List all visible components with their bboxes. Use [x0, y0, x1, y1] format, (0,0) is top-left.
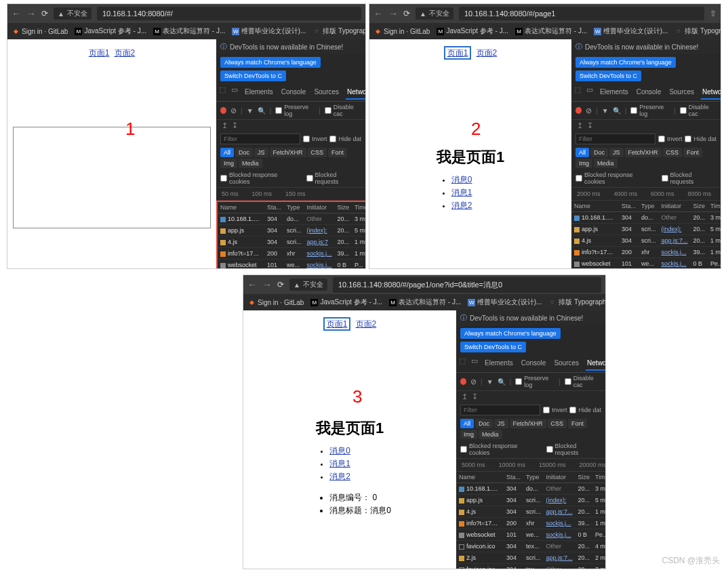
network-row[interactable]: websocket 101we... sockjs.j... 0 BP...	[217, 260, 366, 270]
type-filter-doc[interactable]: Doc	[590, 148, 608, 157]
col-size[interactable]: Size	[691, 201, 708, 212]
type-filter-js[interactable]: JS	[254, 148, 268, 157]
inspect-icon[interactable]: ⬚	[219, 85, 226, 100]
col-status[interactable]: Sta...	[619, 201, 639, 212]
col-type[interactable]: Type	[639, 201, 659, 212]
blocked-requests-checkbox[interactable]: Blocked requests	[662, 171, 716, 185]
btn-match-lang[interactable]: Always match Chrome's language	[220, 57, 321, 68]
btn-switch-lang[interactable]: Switch DevTools to C	[575, 70, 641, 81]
reload-icon[interactable]: ⟳	[41, 9, 48, 18]
type-filter-doc[interactable]: Doc	[475, 419, 493, 428]
msg-link-0[interactable]: 消息0	[451, 174, 566, 186]
invert-checkbox[interactable]: Invert	[303, 136, 327, 142]
network-row[interactable]: app.js 304scri... (index): 20...5 ms	[217, 225, 366, 237]
network-row[interactable]: favicon.ico 304tex... Other 20...4 ms	[456, 541, 606, 552]
bookmark-gitlab[interactable]: ◆Sign in · GitLab	[247, 298, 304, 306]
filter-icon[interactable]: ▼	[247, 107, 254, 115]
tab-sources[interactable]: Sources	[668, 85, 695, 100]
link-page1[interactable]: 页面1	[89, 48, 110, 58]
col-time[interactable]: Time	[352, 201, 366, 213]
back-icon[interactable]: ←	[12, 8, 21, 19]
col-time[interactable]: Time	[592, 472, 606, 483]
network-row[interactable]: 4.js 304scri... app.js:7 20...1 ms	[217, 237, 366, 248]
bookmark-expr[interactable]: M表达式和运算符 - J...	[515, 26, 587, 36]
col-status[interactable]: Sta...	[264, 201, 284, 213]
type-filter-img[interactable]: Img	[575, 159, 592, 168]
bookmark-mdn[interactable]: MJavaScript 参考 - J...	[75, 26, 146, 36]
hide-data-checkbox[interactable]: Hide dat	[569, 407, 601, 413]
preserve-log-checkbox[interactable]: Preserve log	[515, 375, 554, 388]
col-time[interactable]: Time	[708, 201, 721, 212]
type-filter-css[interactable]: CSS	[663, 148, 683, 157]
type-filter-font[interactable]: Font	[328, 148, 347, 157]
insecure-badge[interactable]: ▲ 不安全	[289, 279, 327, 291]
bookmark-thesis[interactable]: W维普毕业论文(设计)...	[594, 26, 668, 36]
type-filter-fetch/xhr[interactable]: Fetch/XHR	[270, 148, 306, 157]
preserve-log-checkbox[interactable]: Preserve log	[275, 104, 315, 117]
hide-data-checkbox[interactable]: Hide dat	[329, 136, 361, 142]
bookmark-mdn[interactable]: MJavaScript 参考 - J...	[310, 298, 382, 307]
link-page2[interactable]: 页面2	[115, 48, 136, 58]
tab-console[interactable]: Console	[280, 85, 308, 100]
insecure-badge[interactable]: ▲ 不安全	[416, 7, 453, 20]
bookmark-gitlab[interactable]: ◆Sign in · GitLab	[373, 27, 430, 35]
type-filter-all[interactable]: All	[460, 419, 474, 428]
filter-input[interactable]	[575, 134, 655, 144]
hide-data-checkbox[interactable]: Hide dat	[685, 136, 716, 142]
forward-icon[interactable]: →	[262, 279, 272, 290]
tab-elements[interactable]: Elements	[243, 85, 275, 100]
network-row[interactable]: app.js 304scri... (index): 20...5 ms	[571, 224, 721, 235]
disable-cache-checkbox[interactable]: Disable cac	[325, 104, 361, 117]
forward-icon[interactable]: →	[388, 8, 398, 19]
preserve-log-checkbox[interactable]: Preserve log	[630, 104, 670, 117]
share-icon[interactable]: ⇧	[710, 9, 716, 18]
tab-sources[interactable]: Sources	[312, 85, 340, 100]
btn-match-lang[interactable]: Always match Chrome's language	[575, 57, 676, 68]
url-bar[interactable]: 10.168.1.140:8080/#/page1/one?id=0&title…	[333, 277, 601, 293]
tab-sources[interactable]: Sources	[552, 356, 580, 371]
tab-elements[interactable]: Elements	[599, 85, 630, 100]
url-bar[interactable]: 10.168.1.140:8080/#/	[97, 7, 361, 20]
link-page1[interactable]: 页面1	[444, 46, 472, 60]
network-row[interactable]: info?t=170116... 200xhr sockjs.j... 39..…	[217, 248, 366, 260]
search-icon[interactable]: 🔍	[498, 378, 506, 386]
type-filter-fetch/xhr[interactable]: Fetch/XHR	[625, 148, 662, 157]
type-filter-img[interactable]: Img	[460, 430, 477, 439]
network-row[interactable]: 4.js 304scri... app.js:7... 20...1 ms	[571, 235, 721, 247]
download-icon[interactable]: ↧	[472, 392, 478, 401]
bookmark-thesis[interactable]: W维普毕业论文(设计)...	[468, 298, 542, 307]
type-filter-css[interactable]: CSS	[308, 148, 327, 157]
device-icon[interactable]: ▭	[586, 85, 593, 100]
col-name[interactable]: Name	[456, 472, 504, 483]
type-filter-js[interactable]: JS	[609, 148, 624, 157]
tab-network[interactable]: Netwo	[586, 356, 606, 371]
network-row[interactable]: 10.168.1.140 304do... Other 20...3 ms	[217, 213, 366, 225]
type-filter-doc[interactable]: Doc	[235, 148, 253, 157]
invert-checkbox[interactable]: Invert	[543, 407, 567, 413]
disable-cache-checkbox[interactable]: Disable cac	[565, 375, 601, 388]
col-name[interactable]: Name	[217, 201, 264, 213]
type-filter-fetch/xhr[interactable]: Fetch/XHR	[510, 419, 546, 428]
upload-icon[interactable]: ↥	[222, 121, 228, 130]
bookmark-expr[interactable]: M表达式和运算符 - J...	[153, 26, 225, 36]
inspect-icon[interactable]: ⬚	[574, 85, 581, 100]
col-status[interactable]: Sta...	[504, 472, 523, 483]
network-row[interactable]: favicon.ico 304tex... Other 20...3 ms	[456, 564, 606, 570]
clear-icon[interactable]: ⊘	[230, 106, 237, 115]
col-name[interactable]: Name	[571, 201, 619, 212]
type-filter-media[interactable]: Media	[479, 430, 502, 439]
filter-icon[interactable]: ▼	[487, 378, 493, 386]
btn-switch-lang[interactable]: Switch DevTools to C	[460, 342, 526, 352]
filter-input[interactable]	[220, 134, 300, 144]
network-row[interactable]: info?t=170116... 200xhr sockjs.j... 39..…	[571, 247, 721, 258]
disable-cache-checkbox[interactable]: Disable cac	[680, 104, 716, 117]
type-filter-media[interactable]: Media	[239, 159, 262, 168]
blocked-cookies-checkbox[interactable]: Blocked response cookies	[220, 171, 300, 185]
network-row[interactable]: websocket 101we... sockjs.j... 0 BPe...	[571, 258, 721, 270]
type-filter-img[interactable]: Img	[220, 159, 237, 168]
device-icon[interactable]: ▭	[231, 85, 238, 100]
download-icon[interactable]: ↧	[587, 121, 593, 130]
bookmark-thesis[interactable]: W维普毕业论文(设计)...	[232, 26, 306, 36]
blocked-requests-checkbox[interactable]: Blocked requests	[546, 443, 601, 456]
col-initiator[interactable]: Initiator	[659, 201, 691, 212]
